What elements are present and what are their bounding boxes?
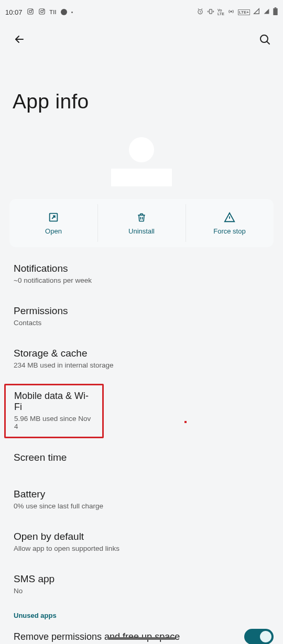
svg-point-8 [231,10,232,12]
svg-point-2 [31,9,32,10]
setting-title: Battery [14,488,269,500]
more-dot-icon [71,12,73,13]
setting-title: Storage & cache [14,348,269,359]
toggle-label: Remove permissions and free up space [14,631,180,642]
status-time: 10:07 [5,8,23,16]
lte-plus-icon: LTE+ [238,9,250,15]
svg-point-1 [29,10,31,13]
setting-permissions[interactable]: Permissions Contacts [0,293,283,335]
setting-sms-app[interactable]: SMS app No [0,561,283,603]
svg-rect-10 [273,8,277,15]
setting-mobile-data-highlighted[interactable]: Mobile data & Wi-Fi 5.96 MB used since N… [4,384,104,438]
settings-list: Notifications ~0 notifications per week … [0,252,283,644]
setting-sub: Contacts [14,319,269,327]
setting-sub: 5.96 MB used since Nov 4 [14,415,94,430]
setting-sub: 234 MB used in internal storage [14,361,269,369]
setting-storage[interactable]: Storage & cache 234 MB used in internal … [0,335,283,377]
actions-card: Open Uninstall Force stop [9,199,274,247]
app-icon [129,137,154,162]
signal-icon [253,8,260,16]
app-header [0,129,283,192]
gesture-bar[interactable] [107,637,176,640]
uninstall-button[interactable]: Uninstall [97,199,186,247]
annotation-dot [184,421,187,423]
setting-sub: Allow app to open supported links [14,545,269,552]
setting-open-by-default[interactable]: Open by default Allow app to open suppor… [0,518,283,561]
alarm-icon [197,8,204,17]
warning-icon [224,212,235,223]
svg-point-5 [43,9,43,10]
toggle-remove-permissions[interactable]: Remove permissions and free up space [0,624,283,644]
volte-icon: VoLTE [217,8,224,16]
setting-title: Permissions [14,305,269,317]
setting-title: Open by default [14,531,269,542]
search-button[interactable] [256,30,274,48]
arrow-left-icon [13,33,26,46]
notification-dot-icon [61,9,67,15]
setting-sub: 0% use since last full charge [14,502,269,510]
uninstall-label: Uninstall [128,227,155,235]
back-button[interactable] [10,30,28,48]
setting-title: Screen time [14,452,269,463]
hotspot-icon [227,8,235,17]
setting-notifications[interactable]: Notifications ~0 notifications per week [0,256,283,293]
svg-rect-9 [275,7,276,8]
switch-on-icon[interactable] [244,629,274,644]
top-bar [0,24,283,54]
page-title: App info [0,54,283,129]
battery-icon [273,7,278,17]
setting-title: SMS app [14,573,269,585]
instagram-icon [38,8,46,17]
signal-icon [263,8,270,16]
vibrate-icon [207,8,214,17]
app-name-placeholder [111,169,172,186]
force-stop-button[interactable]: Force stop [186,199,274,247]
instagram-icon [27,8,34,17]
open-icon [48,212,59,223]
setting-title: Mobile data & Wi-Fi [14,391,94,413]
setting-screen-time[interactable]: Screen time [0,442,283,477]
setting-sub: ~0 notifications per week [14,276,269,284]
app-badge-icon: TII [50,9,57,15]
open-label: Open [45,227,62,235]
svg-rect-7 [210,9,212,13]
setting-title: Notifications [14,263,269,274]
open-button[interactable]: Open [9,199,97,247]
status-right: VoLTE LTE+ [197,7,278,17]
trash-icon [136,212,147,223]
status-left: 10:07 TII [5,8,73,17]
force-stop-label: Force stop [213,227,245,235]
status-bar: 10:07 TII VoLTE LTE+ [0,0,283,24]
setting-battery[interactable]: Battery 0% use since last full charge [0,477,283,518]
svg-point-4 [40,10,43,13]
section-unused-apps: Unused apps [0,603,283,624]
search-icon [258,33,271,46]
setting-sub: No [14,587,269,595]
